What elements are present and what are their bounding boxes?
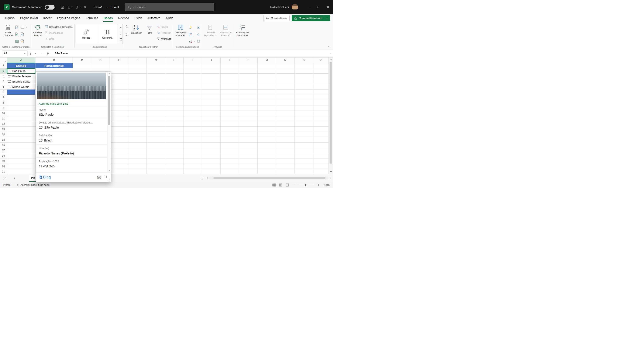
zoom-in-button[interactable] <box>318 184 319 186</box>
cell-G16[interactable] <box>147 143 165 148</box>
zoom-level[interactable]: 100% <box>323 184 330 186</box>
cell-I6[interactable] <box>184 89 202 95</box>
cell-F21[interactable] <box>128 169 147 174</box>
card-scroll-up-icon[interactable] <box>108 73 110 74</box>
cell-P20[interactable] <box>313 164 329 169</box>
scroll-right-arrow-icon[interactable] <box>330 177 331 179</box>
cell-G14[interactable] <box>147 132 165 137</box>
cell-M1[interactable] <box>258 63 276 68</box>
sheet-nav-right-button[interactable] <box>12 176 16 180</box>
cell-J1[interactable] <box>202 63 220 68</box>
cell-J5[interactable] <box>202 84 220 89</box>
sort-button[interactable]: AZ Classificar <box>130 23 143 35</box>
cell-A11[interactable] <box>7 116 36 121</box>
cell-O14[interactable] <box>294 132 313 137</box>
cell-K8[interactable] <box>220 100 239 105</box>
close-button[interactable]: × <box>323 0 333 14</box>
cell-K6[interactable] <box>220 89 239 95</box>
gallery-scroll-up-button[interactable] <box>119 24 122 31</box>
column-header-G[interactable]: G <box>147 57 165 63</box>
recent-sources-button[interactable] <box>20 25 28 30</box>
cell-N5[interactable] <box>276 84 294 89</box>
cell-H2[interactable] <box>165 68 184 74</box>
cell-O3[interactable] <box>294 74 313 79</box>
tab-exibir[interactable]: Exibir <box>132 14 144 22</box>
cell-O12[interactable] <box>294 121 313 127</box>
accessibility-status[interactable]: Acessibilidade: tudo certo <box>16 184 50 186</box>
column-header-I[interactable]: I <box>184 57 202 63</box>
cell-E12[interactable] <box>110 121 128 127</box>
cell-H6[interactable] <box>165 89 184 95</box>
cell-I7[interactable] <box>184 95 202 100</box>
row-header-14[interactable]: 14 <box>0 132 7 137</box>
cell-M11[interactable] <box>258 116 276 121</box>
cell-A20[interactable] <box>7 164 36 169</box>
cell-N2[interactable] <box>276 68 294 74</box>
redo-button[interactable] <box>74 4 82 10</box>
tab-ajuda[interactable]: Ajuda <box>163 14 176 22</box>
text-to-columns-button[interactable]: Texto paraColunas <box>174 23 187 37</box>
cell-G13[interactable] <box>147 127 165 132</box>
scroll-down-arrow-icon[interactable] <box>330 171 332 172</box>
page-layout-view-button[interactable] <box>279 184 282 186</box>
cell-H1[interactable] <box>165 63 184 68</box>
cell-A15[interactable] <box>7 137 36 143</box>
cell-L16[interactable] <box>239 143 258 148</box>
cell-F6[interactable] <box>128 89 147 95</box>
cell-A14[interactable] <box>7 132 36 137</box>
row-header-7[interactable]: 7 <box>0 95 7 100</box>
cell-N21[interactable] <box>276 169 294 174</box>
cell-P18[interactable] <box>313 153 329 158</box>
column-header-L[interactable]: L <box>239 57 258 63</box>
horizontal-scrollbar-track[interactable] <box>209 177 328 179</box>
share-button[interactable]: Compartilhamento <box>292 15 330 21</box>
cell-M13[interactable] <box>258 127 276 132</box>
cell-O5[interactable] <box>294 84 313 89</box>
cell-H14[interactable] <box>165 132 184 137</box>
cell-L9[interactable] <box>239 105 258 111</box>
formula-input[interactable]: São Paulo <box>54 52 328 55</box>
cell-N7[interactable] <box>276 95 294 100</box>
cell-L17[interactable] <box>239 148 258 153</box>
flash-fill-button[interactable] <box>188 25 195 30</box>
forecast-sheet-button[interactable]: Planilha dePrevisão <box>219 23 232 37</box>
cell-H11[interactable] <box>165 116 184 121</box>
properties-button[interactable]: Propriedades <box>44 30 73 35</box>
edit-links-button[interactable]: Links <box>44 36 73 41</box>
cell-H15[interactable] <box>165 137 184 143</box>
cell-F3[interactable] <box>128 74 147 79</box>
tab-scrollbar-splitter[interactable] <box>202 178 202 178</box>
cell-M5[interactable] <box>258 84 276 89</box>
data-type-stocks-button[interactable]: Moedas <box>76 24 97 44</box>
cell-L8[interactable] <box>239 100 258 105</box>
search-box[interactable] <box>125 3 214 11</box>
undo-button[interactable] <box>66 4 74 10</box>
cell-F12[interactable] <box>128 121 147 127</box>
cell-M15[interactable] <box>258 137 276 143</box>
cell-K7[interactable] <box>220 95 239 100</box>
row-header-4[interactable]: 4 <box>0 79 7 84</box>
cell-P16[interactable] <box>313 143 329 148</box>
column-header-A[interactable]: A <box>7 57 36 63</box>
cell-I13[interactable] <box>184 127 202 132</box>
cell-G7[interactable] <box>147 95 165 100</box>
cell-M4[interactable] <box>258 79 276 84</box>
cell-K1[interactable] <box>220 63 239 68</box>
cell-P6[interactable] <box>313 89 329 95</box>
cell-F16[interactable] <box>128 143 147 148</box>
cell-O21[interactable] <box>294 169 313 174</box>
cell-J4[interactable] <box>202 79 220 84</box>
cell-C1[interactable] <box>73 63 91 68</box>
cell-N13[interactable] <box>276 127 294 132</box>
cell-I4[interactable] <box>184 79 202 84</box>
column-header-J[interactable]: J <box>202 57 220 63</box>
gallery-more-button[interactable] <box>119 37 122 44</box>
cell-P7[interactable] <box>313 95 329 100</box>
cell-J13[interactable] <box>202 127 220 132</box>
cell-K3[interactable] <box>220 74 239 79</box>
cell-G12[interactable] <box>147 121 165 127</box>
column-header-M[interactable]: M <box>258 57 276 63</box>
zoom-out-button[interactable] <box>292 185 294 185</box>
cell-M16[interactable] <box>258 143 276 148</box>
card-entity-link[interactable]: São Paulo <box>39 126 104 129</box>
